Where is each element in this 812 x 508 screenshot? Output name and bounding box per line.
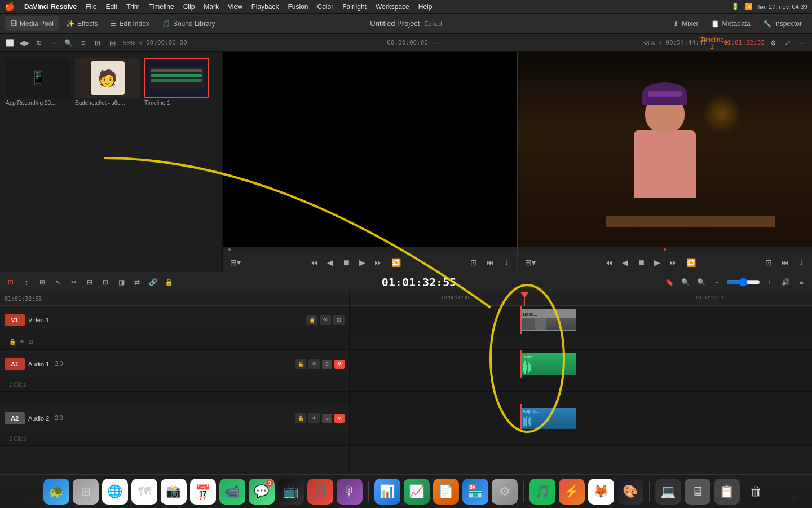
t-prev-frame[interactable]: ◀ [619,257,631,268]
v1-lock[interactable]: 🔒 [306,315,317,325]
mark-end-btn[interactable]: ⤓ [500,257,513,268]
details-btn[interactable]: ▤ [106,37,118,49]
dock-screenbar[interactable]: 💻 [655,479,681,505]
dock-appstore[interactable]: 🏪 [462,479,488,505]
snapping-tool[interactable]: 🔒 [162,276,175,288]
media-pool-button[interactable]: 🎞 Media Pool [5,16,59,31]
settings-btn[interactable]: ⚙ [767,37,779,49]
skip-end-btn[interactable]: ⏭ [483,257,497,268]
zoom-marker[interactable]: 🔖 [663,276,676,288]
dock-preview[interactable]: 📋 [714,479,740,505]
more-center-btn[interactable]: ··· [430,37,443,49]
effects-button[interactable]: ✨ Effects [60,16,103,31]
dock-firefox[interactable]: 🦊 [588,479,614,505]
dock-facetime[interactable]: 📹 [219,479,245,505]
mixer-button[interactable]: 🎚 Mixer [667,16,704,31]
overwrite-tool[interactable]: ◨ [115,276,127,288]
prev-frame-btn[interactable]: ◀ [324,257,336,268]
dock-davinci[interactable]: 🎨 [617,479,643,505]
dock-safari[interactable]: 🌐 [102,479,128,505]
zoom-plus[interactable]: + [764,276,776,288]
a2-lock[interactable]: 🔒 [295,413,306,423]
dock-finder[interactable]: 🐢 [43,479,69,505]
swap-tool[interactable]: ⇄ [131,276,143,288]
v1-clip-bade[interactable]: Bade... [520,309,576,331]
zoom-slider[interactable] [726,278,760,287]
t-skip-start[interactable]: ⏮ [602,257,616,268]
v1-clip[interactable]: ⊡ [333,315,345,325]
a1-solo[interactable]: S [322,360,332,369]
dock-maps[interactable]: 🗺 [131,479,157,505]
dock-systemprefs[interactable]: ⚙ [492,479,518,505]
timeline-name-btn[interactable]: Timeline 1 ▼ [709,37,721,49]
dock-numbers[interactable]: 📈 [404,479,430,505]
skip-start-btn[interactable]: ⏮ [307,257,321,268]
menu-mark[interactable]: Mark [204,3,219,11]
more-btn[interactable]: ··· [47,37,60,49]
zoom-in[interactable]: 🔍 [695,276,707,288]
stop-btn[interactable]: ⏹ [339,257,353,268]
menu-workspace[interactable]: Workspace [376,3,409,11]
menu-fairlight[interactable]: Fairlight [342,3,367,11]
t-stop[interactable]: ⏹ [634,257,648,268]
dock-photos[interactable]: 📸 [161,479,187,505]
audio-vol[interactable]: 🔊 [779,276,792,288]
sound-library-button[interactable]: 🎵 Sound Library [156,16,221,31]
t-mark-end[interactable]: ⤓ [795,257,807,268]
grid-view-btn[interactable]: ⊞ [91,37,104,49]
a1-clip-bade[interactable]: Bade... [520,353,576,375]
menu-trim[interactable]: Trim [126,3,140,11]
menu-help[interactable]: Help [418,3,433,11]
dock-finder2[interactable]: 🖥 [685,479,710,505]
media-item-app-recording[interactable]: 📱 App Recording 20... [6,58,70,106]
resize-btn[interactable]: ⤢ [782,37,794,49]
retime-tool[interactable]: ⊞ [36,276,48,288]
menu-timeline[interactable]: Timeline [149,3,174,11]
menu-playback[interactable]: Playback [251,3,279,11]
dynamic-trim-btn[interactable]: ≋ [33,37,45,49]
list-view-btn[interactable]: ≡ [77,37,89,49]
trim-mode-btn[interactable]: ◀▶ [18,37,30,49]
link-tool[interactable]: 🔗 [147,276,159,288]
dock-spotify[interactable]: 🎵 [529,479,555,505]
speed-tool[interactable]: ⊟ [83,276,96,288]
menu-clip[interactable]: Clip [183,3,195,11]
search-btn[interactable]: 🔍 [62,37,74,49]
timeline-scrub[interactable] [518,247,812,252]
crop-tool[interactable]: ⊡ [99,276,112,288]
t-next-clip[interactable]: ⏭ [667,257,680,268]
next-clip-btn[interactable]: ⏭ [372,257,385,268]
media-item-badehotellet[interactable]: 🧑 Badehotellet - s6e... [75,58,140,106]
edit-index-button[interactable]: ☰ Edit Index [105,16,155,31]
dock-trash[interactable]: 🗑 [743,479,769,505]
dock-calendar[interactable]: 📅 27 [190,479,216,505]
dock-pages[interactable]: 📄 [433,479,459,505]
dock-messages[interactable]: 💬3 [249,479,275,505]
a1-lock[interactable]: 🔒 [295,359,306,369]
a1-eye[interactable]: 👁 [308,359,320,369]
apple-icon[interactable]: 🍎 [5,2,15,12]
dock-launchpad[interactable]: ⊞ [73,479,99,505]
blade-tool[interactable]: ↕ [20,276,33,288]
dock-tv[interactable]: 📺 [278,479,304,505]
crop-btn[interactable]: ⊡ [467,257,480,268]
source-scrub[interactable] [223,247,517,252]
dock-keynote[interactable]: 📊 [374,479,400,505]
t-skip-end[interactable]: ⏭ [778,257,792,268]
razor-tool[interactable]: ✂ [68,276,80,288]
timeline-options[interactable]: ≡ [795,276,807,288]
a2-clip-app[interactable]: App R... [520,408,576,429]
v1-eye[interactable]: 👁 [320,315,331,325]
t-play[interactable]: ▶ [651,257,663,268]
select-tool[interactable]: ⊡ [5,276,17,288]
zoom-minus[interactable]: - [710,276,723,288]
clip-mode-btn[interactable]: ⬜ [3,37,16,49]
menu-file[interactable]: File [86,3,96,11]
dock-podcasts[interactable]: 🎙 [337,479,363,505]
dock-music[interactable]: 🎵 [307,479,333,505]
a2-eye[interactable]: 👁 [308,413,320,423]
view-selector-right[interactable]: ⊟▾ [522,257,539,268]
view-selector-btn[interactable]: ⊟▾ [227,257,244,268]
menu-fusion[interactable]: Fusion [288,3,308,11]
more-right-btn[interactable]: ··· [796,37,809,49]
